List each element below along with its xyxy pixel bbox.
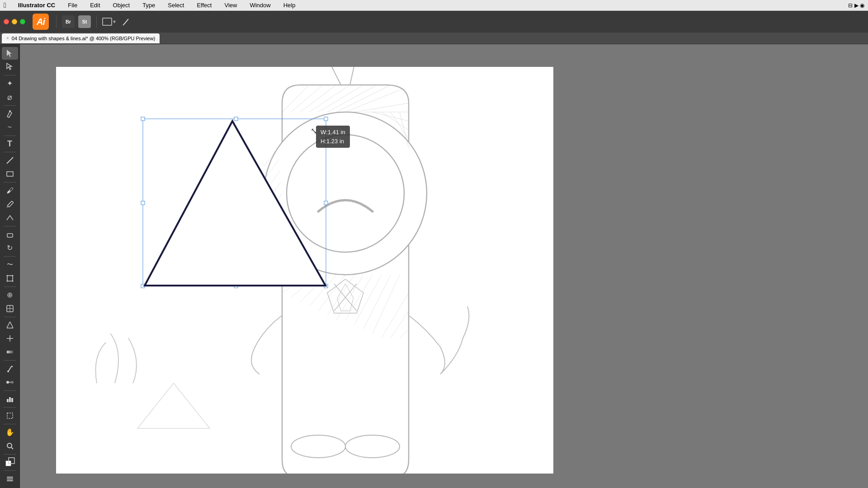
svg-point-25 [7,371,9,372]
selection-tool[interactable] [2,47,18,60]
svg-point-27 [6,381,9,384]
apple-menu[interactable]:  [4,1,6,9]
lasso-tool[interactable]: ⌀ [2,91,18,103]
type-tool[interactable]: T [2,137,18,150]
tool-separator-6 [4,226,16,226]
svg-rect-88 [234,117,238,121]
svg-line-69 [391,311,409,338]
zoom-tool[interactable] [2,440,18,452]
tool-separator-2 [4,105,16,106]
svg-line-46 [309,85,350,112]
canvas-area[interactable]: ⤡ W:1.41 in H:1.23 in [20,44,868,488]
eyedropper-tool[interactable] [2,362,18,375]
menu-type[interactable]: Type [140,1,158,9]
menu-file[interactable]: File [65,1,80,9]
active-tab[interactable]: × 04 Drawing with shapes & lines.ai* @ 4… [2,33,160,43]
menu-help[interactable]: Help [281,1,298,9]
svg-line-77 [332,67,341,85]
pencil-toolbar-btn[interactable] [119,14,134,29]
svg-rect-9 [7,234,13,237]
menu-bar-right: ⊟ ▶ ◉ [848,2,864,9]
svg-point-75 [291,435,345,458]
system-icons: ⊟ ▶ ◉ [848,2,864,9]
svg-marker-2 [7,50,12,57]
svg-rect-7 [7,201,13,207]
blend-tool[interactable] [2,376,18,389]
menu-bar:  Illustrator CC File Edit Object Type S… [0,0,868,11]
svg-point-11 [6,275,8,276]
libraries-button[interactable] [2,473,18,485]
app-name[interactable]: Illustrator CC [15,1,58,9]
artboard-tool[interactable] [2,409,18,422]
svg-line-1 [123,24,124,25]
tab-title: 04 Drawing with shapes & lines.ai* @ 400… [12,36,155,41]
live-paint-tool[interactable] [2,302,18,315]
menu-view[interactable]: View [222,1,240,9]
line-tool[interactable] [2,154,18,167]
tool-separator-4 [4,152,16,152]
gradient-tool[interactable] [2,346,18,358]
rotate-tool[interactable]: ↻ [2,242,18,254]
svg-line-70 [400,329,409,338]
direct-selection-tool[interactable] [2,61,18,73]
tool-separator-3 [4,136,16,136]
menu-window[interactable]: Window [247,1,273,9]
traffic-lights [4,19,25,24]
ai-logo: Ai [33,14,49,30]
close-button[interactable] [4,19,9,24]
mesh-tool[interactable] [2,332,18,345]
magic-wand-tool[interactable]: ✦ [2,77,18,90]
paintbrush-tool[interactable]: 🖌 [2,184,18,197]
tool-separator-8 [4,286,16,287]
column-graph-tool[interactable] [2,393,18,405]
tab-close-icon[interactable]: × [6,36,9,41]
tool-separator-13 [4,424,16,424]
curvature-tool[interactable]: ~ [2,121,18,134]
svg-line-18 [7,322,10,328]
minimize-button[interactable] [12,19,17,24]
svg-line-49 [336,85,391,112]
svg-rect-10 [7,276,13,281]
arrange-toolbar[interactable]: ▾ [102,18,116,26]
artboard: ⤡ W:1.41 in H:1.23 in [56,67,553,474]
svg-line-51 [354,103,409,112]
svg-line-48 [327,85,377,112]
svg-point-28 [11,381,14,384]
toolbox: ✦ ⌀ ~ T 🖌 [0,44,20,488]
svg-point-14 [12,280,13,282]
perspective-tool[interactable] [2,319,18,331]
menu-object[interactable]: Object [110,1,133,9]
svg-line-5 [7,157,13,164]
tool-separator-12 [4,407,16,408]
svg-marker-86 [137,383,210,428]
pencil-tool[interactable] [2,198,18,211]
svg-line-35 [11,447,13,449]
free-transform-tool[interactable] [2,272,18,285]
tool-separator-11 [4,390,16,391]
tool-separator-9 [4,317,16,317]
rectangle-tool[interactable] [2,168,18,180]
fullscreen-button[interactable] [20,19,25,24]
warp-tool[interactable]: 〜 [2,258,18,271]
svg-line-24 [8,366,12,371]
pen-tool[interactable] [2,108,18,120]
svg-rect-87 [141,117,145,121]
menu-effect[interactable]: Effect [194,1,214,9]
svg-line-47 [318,85,363,112]
bridge-button[interactable]: Br [62,15,75,28]
svg-point-4 [9,110,11,112]
eraser-tool[interactable] [2,228,18,241]
shape-builder-tool[interactable]: ⊕ [2,289,18,301]
svg-rect-38 [7,477,13,478]
toolbar-separator-2 [96,15,97,28]
main-layout: ✦ ⌀ ~ T 🖌 [0,44,868,488]
fill-stroke-control[interactable] [2,456,18,469]
shaper-tool[interactable] [2,211,18,224]
stock-button[interactable]: St [78,15,91,28]
main-canvas-svg: ⤡ [56,67,553,474]
svg-point-42 [287,135,404,252]
menu-edit[interactable]: Edit [87,1,103,9]
tool-separator-5 [4,182,16,183]
hand-tool[interactable]: ✋ [2,426,18,439]
menu-select[interactable]: Select [165,1,187,9]
